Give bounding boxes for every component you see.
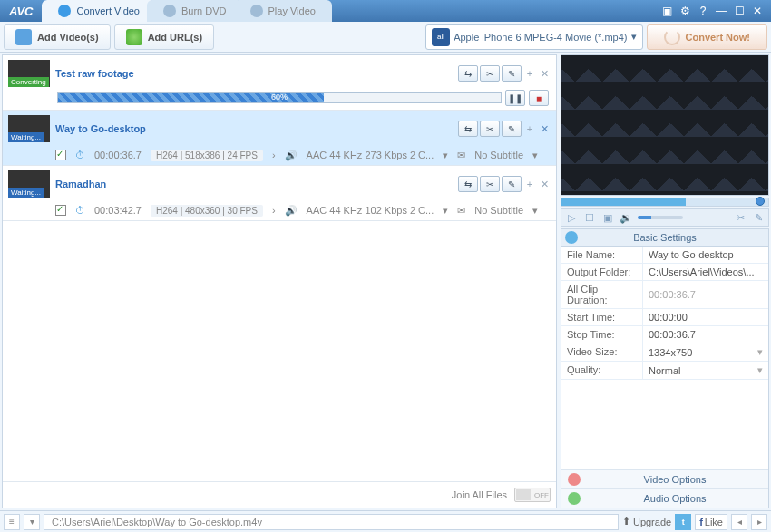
video-options-button[interactable]: Video Options — [561, 469, 768, 488]
field-value: 00:00:36.7 — [649, 329, 696, 340]
list-item[interactable]: Converting Test raw footage ⇆ ✂ ✎ + ✕ 60… — [3, 55, 556, 111]
toggle-state: OFF — [534, 491, 549, 499]
remove-icon[interactable]: ✕ — [538, 67, 551, 80]
add-videos-button[interactable]: Add Video(s) — [4, 24, 111, 50]
video-info-pill: H264 | 518x386 | 24 FPS — [151, 150, 263, 161]
effects-icon[interactable]: ✎ — [752, 211, 765, 224]
remove-icon[interactable]: ✕ — [538, 178, 551, 190]
progress-label: 60% — [271, 92, 288, 102]
checkbox[interactable] — [55, 205, 66, 216]
volume-icon[interactable]: 🔉 — [620, 211, 632, 224]
menu-button[interactable]: ▾ — [24, 514, 40, 530]
clip-duration-field: 00:00:36.7 — [643, 281, 768, 308]
toolbar: Add Video(s) Add URL(s) all Apple iPhone… — [0, 22, 771, 53]
maximize-icon[interactable]: ☐ — [733, 5, 746, 17]
cut-icon[interactable]: ✂ — [480, 176, 500, 192]
facebook-like-button[interactable]: fLike — [695, 514, 727, 530]
button-label: Add Video(s) — [37, 32, 99, 43]
edit-icon[interactable]: ✎ — [502, 121, 522, 137]
file-name-field[interactable]: Way to Go-desktop — [643, 247, 768, 263]
prev-button[interactable]: ◂ — [731, 514, 747, 530]
volume-slider[interactable] — [638, 216, 683, 219]
swap-icon[interactable]: ⇆ — [458, 65, 478, 82]
minimize-icon[interactable]: — — [715, 5, 727, 17]
stop-button[interactable]: ☐ — [583, 211, 596, 224]
settings-header: Basic Settings — [561, 229, 768, 247]
upgrade-label: Upgrade — [633, 517, 671, 527]
remove-icon[interactable]: ✕ — [538, 122, 551, 135]
burn-icon — [163, 5, 176, 17]
url-plus-icon — [126, 29, 142, 45]
twitter-button[interactable]: t — [675, 514, 691, 530]
app-logo: AVC — [0, 5, 42, 18]
seek-knob[interactable] — [756, 197, 765, 206]
tab-convert-video[interactable]: Convert Video — [42, 0, 156, 22]
quality-dropdown[interactable]: Normal▾ — [643, 362, 768, 379]
close-icon[interactable]: ✕ — [751, 5, 764, 17]
start-time-field[interactable]: 00:00:00 — [643, 309, 768, 325]
refresh-icon — [664, 29, 680, 45]
video-size-dropdown[interactable]: 1334x750▾ — [643, 343, 768, 361]
video-info-pill: H264 | 480x360 | 30 FPS — [151, 205, 263, 217]
field-value: Normal — [649, 365, 680, 376]
subtitle-info[interactable]: No Subtitle — [474, 150, 523, 160]
stop-time-field[interactable]: 00:00:36.7 — [643, 326, 768, 343]
status-bar: ≡ ▾ C:\Users\Ariel\Desktop\Way to Go-des… — [0, 510, 771, 532]
settings-icon[interactable]: ▣ — [660, 5, 673, 17]
stop-button[interactable]: ■ — [529, 90, 549, 106]
output-folder-field[interactable]: C:\Users\Ariel\Videos\... — [643, 264, 768, 280]
swap-icon[interactable]: ⇆ — [458, 176, 478, 192]
upgrade-button[interactable]: ⬆Upgrade — [622, 516, 671, 527]
audio-options-button[interactable]: Audio Options — [561, 488, 768, 508]
thumbnail: Waiting... — [8, 170, 50, 198]
add-urls-button[interactable]: Add URL(s) — [114, 24, 215, 50]
like-label: Like — [705, 517, 723, 527]
gear-icon[interactable]: ⚙ — [678, 5, 691, 17]
tab-label: Burn DVD — [181, 5, 227, 16]
seek-bar[interactable] — [561, 198, 769, 207]
item-title: Way to Go-desktop — [55, 123, 453, 134]
list-item[interactable]: Waiting... Way to Go-desktop ⇆ ✂ ✎ + ✕ ⏱… — [3, 111, 556, 166]
subtitle-info[interactable]: No Subtitle — [474, 205, 523, 216]
main-tabs: Convert Video Burn DVD Play Video — [42, 0, 653, 22]
output-path[interactable]: C:\Users\Ariel\Desktop\Way to Go-desktop… — [44, 514, 619, 530]
file-list: Converting Test raw footage ⇆ ✂ ✎ + ✕ 60… — [2, 54, 557, 508]
next-button[interactable]: ▸ — [751, 514, 767, 530]
play-button[interactable]: ▷ — [565, 211, 578, 224]
swap-icon[interactable]: ⇆ — [458, 121, 478, 137]
preview-controls: ▷ ☐ ▣ 🔉 ✂ ✎ — [561, 208, 769, 227]
audio-info[interactable]: AAC 44 KHz 273 Kbps 2 C... — [307, 150, 434, 160]
edit-icon[interactable]: ✎ — [502, 65, 522, 82]
join-toggle[interactable]: OFF — [514, 488, 551, 502]
field-value: 00:00:36.7 — [649, 289, 696, 300]
audio-icon — [568, 492, 581, 505]
convert-now-button[interactable]: Convert Now! — [647, 24, 768, 50]
field-label: File Name: — [561, 247, 643, 263]
facebook-icon: f — [699, 517, 703, 527]
output-profile-dropdown[interactable]: all Apple iPhone 6 MPEG-4 Movie (*.mp4) … — [425, 24, 642, 50]
titlebar: AVC Convert Video Burn DVD Play Video ▣ … — [0, 0, 771, 22]
status-badge: Waiting... — [8, 132, 44, 142]
field-value: C:\Users\Ariel\Videos\... — [649, 266, 755, 277]
info-icon — [565, 231, 578, 244]
snapshot-button[interactable]: ▣ — [601, 211, 614, 224]
add-icon[interactable]: + — [523, 178, 536, 190]
cut-icon[interactable]: ✂ — [480, 65, 500, 82]
audio-info[interactable]: AAC 44 KHz 102 Kbps 2 C... — [307, 205, 434, 216]
tab-play-video[interactable]: Play Video — [234, 0, 332, 22]
crop-icon[interactable]: ✂ — [734, 211, 747, 224]
cut-icon[interactable]: ✂ — [480, 121, 500, 137]
edit-icon[interactable]: ✎ — [502, 176, 522, 192]
add-icon[interactable]: + — [523, 67, 536, 80]
help-icon[interactable]: ? — [697, 5, 709, 17]
status-badge: Converting — [8, 77, 49, 87]
checkbox[interactable] — [55, 150, 66, 160]
list-item[interactable]: Waiting... Ramadhan ⇆ ✂ ✎ + ✕ ⏱00:03:42.… — [3, 166, 556, 221]
video-preview[interactable] — [561, 54, 769, 196]
item-title: Test raw footage — [55, 68, 453, 79]
list-view-button[interactable]: ≡ — [4, 514, 20, 530]
add-icon[interactable]: + — [523, 122, 536, 135]
field-value: 1334x750 — [649, 347, 692, 358]
tab-burn-dvd[interactable]: Burn DVD — [147, 0, 243, 22]
pause-button[interactable]: ❚❚ — [505, 90, 525, 106]
